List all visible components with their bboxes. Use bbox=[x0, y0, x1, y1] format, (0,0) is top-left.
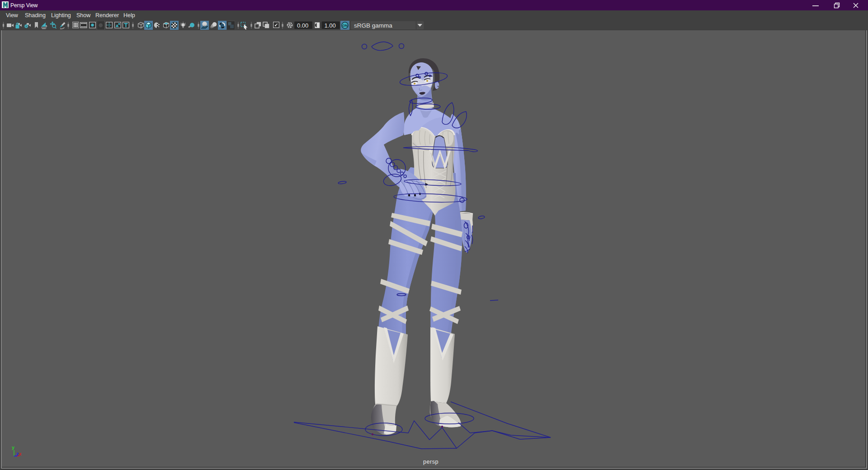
svg-text:0.00: 0.00 bbox=[297, 22, 308, 29]
svg-text:1.00: 1.00 bbox=[325, 22, 336, 29]
svg-text:ON: ON bbox=[342, 24, 347, 28]
svg-text:x: x bbox=[19, 451, 22, 456]
svg-text:y: y bbox=[12, 445, 15, 450]
svg-text:sRGB gamma: sRGB gamma bbox=[354, 22, 392, 29]
